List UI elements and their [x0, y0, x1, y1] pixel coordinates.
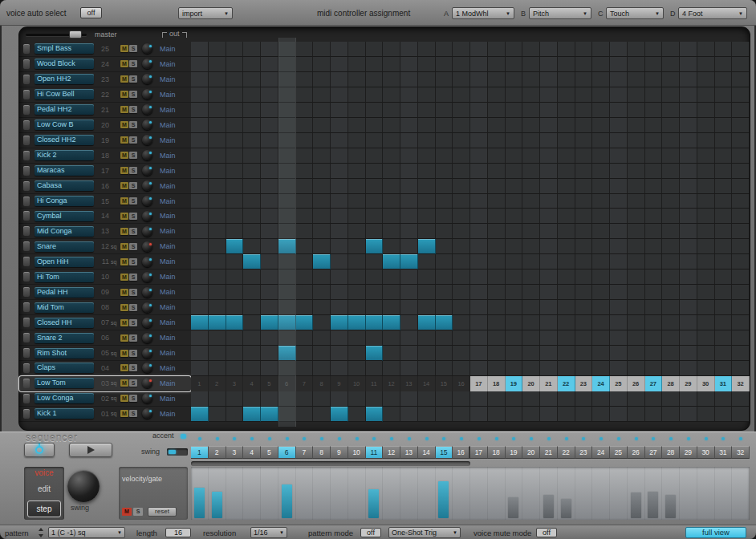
step-cell[interactable] — [610, 57, 628, 72]
mute-button[interactable]: M — [120, 182, 128, 189]
step-cell[interactable] — [662, 224, 680, 239]
step-cell[interactable] — [191, 300, 209, 315]
step-cell[interactable] — [243, 407, 261, 422]
step-cell[interactable] — [732, 72, 750, 87]
step-cell[interactable] — [522, 164, 540, 179]
step-cell[interactable] — [575, 270, 593, 285]
step-cell[interactable] — [558, 224, 575, 239]
step-cell[interactable] — [191, 103, 209, 118]
sequencer-step-button[interactable]: 18 — [488, 446, 506, 459]
step-cell[interactable] — [522, 57, 540, 72]
step-cell[interactable] — [592, 87, 610, 103]
step-cell[interactable] — [400, 103, 418, 118]
step-cell[interactable] — [209, 164, 226, 179]
step-cell[interactable] — [628, 103, 645, 118]
step-cell[interactable] — [400, 315, 418, 330]
step-cell[interactable] — [732, 87, 750, 103]
row-drag-handle[interactable] — [23, 272, 30, 282]
output-select[interactable]: Main — [160, 75, 176, 83]
step-cell[interactable] — [226, 330, 244, 346]
step-cell[interactable] — [331, 346, 348, 361]
step-cell[interactable] — [506, 133, 523, 148]
selected-step-cell[interactable]: 10 — [348, 376, 366, 391]
step-cell[interactable] — [575, 133, 593, 148]
step-cell[interactable] — [522, 224, 540, 239]
step-cell[interactable] — [400, 194, 418, 209]
selected-step-cell[interactable]: 13 — [400, 376, 418, 391]
step-cell[interactable] — [697, 239, 715, 254]
step-cell[interactable] — [278, 72, 296, 87]
sequencer-step-button[interactable]: 14 — [418, 446, 436, 459]
step-cell[interactable] — [383, 346, 400, 361]
step-cell[interactable] — [540, 391, 558, 407]
step-cell[interactable] — [488, 87, 506, 103]
step-cell[interactable] — [296, 194, 314, 209]
voice-name-button[interactable]: Claps — [35, 363, 94, 373]
step-cell[interactable] — [592, 194, 610, 209]
step-cell[interactable] — [540, 194, 558, 209]
voice-name-button[interactable]: Smpl Bass — [35, 43, 94, 54]
solo-button[interactable]: S — [129, 121, 137, 128]
selected-step-cell[interactable]: 21 — [540, 376, 558, 391]
step-cell[interactable] — [506, 103, 523, 118]
selected-step-cell[interactable]: 11 — [366, 376, 384, 391]
step-cell[interactable] — [348, 72, 366, 87]
step-cell[interactable] — [383, 103, 400, 118]
step-cell[interactable] — [522, 179, 540, 194]
step-cell[interactable] — [400, 118, 418, 133]
mute-button[interactable]: M — [120, 167, 128, 174]
accent-step-led[interactable] — [645, 435, 663, 443]
step-cell[interactable] — [628, 330, 645, 346]
step-cell[interactable] — [506, 224, 523, 239]
velocity-bar[interactable] — [194, 488, 205, 518]
step-cell[interactable] — [209, 224, 226, 239]
step-cell[interactable] — [732, 407, 750, 422]
velocity-bar[interactable] — [665, 495, 676, 518]
step-cell[interactable] — [209, 346, 226, 361]
step-cell[interactable] — [261, 87, 278, 103]
step-cell[interactable] — [592, 57, 610, 72]
velocity-column[interactable] — [331, 467, 348, 520]
selected-step-cell[interactable]: 29 — [680, 376, 697, 391]
step-cell[interactable] — [592, 391, 610, 407]
step-cell[interactable] — [348, 254, 366, 270]
step-cell[interactable] — [348, 57, 366, 72]
sequencer-step-button[interactable]: 24 — [592, 446, 610, 459]
step-cell[interactable] — [209, 407, 226, 422]
accent-step-led[interactable] — [296, 435, 314, 443]
step-cell[interactable] — [522, 133, 540, 148]
step-cell[interactable] — [313, 361, 331, 376]
step-cell[interactable] — [400, 330, 418, 346]
step-cell[interactable] — [243, 57, 261, 72]
step-cell[interactable] — [261, 361, 278, 376]
step-cell[interactable] — [522, 87, 540, 103]
step-cell[interactable] — [470, 300, 488, 315]
step-cell[interactable] — [575, 315, 593, 330]
pan-knob[interactable] — [142, 59, 152, 69]
step-cell[interactable] — [732, 300, 750, 315]
pan-knob[interactable] — [142, 150, 152, 160]
mode-voice-button[interactable]: voice — [35, 468, 53, 477]
step-cell[interactable] — [506, 407, 523, 422]
step-cell[interactable] — [243, 209, 261, 224]
step-cell[interactable] — [645, 133, 663, 148]
velocity-column[interactable] — [400, 467, 418, 520]
pan-knob[interactable] — [142, 393, 152, 403]
step-cell[interactable] — [453, 194, 470, 209]
step-cell[interactable] — [226, 72, 244, 87]
step-cell[interactable] — [331, 57, 348, 72]
step-cell[interactable] — [261, 57, 278, 72]
step-cell[interactable] — [191, 118, 209, 133]
step-cell[interactable] — [191, 254, 209, 270]
pattern-stepper[interactable] — [37, 528, 45, 537]
pan-knob[interactable] — [142, 408, 152, 419]
step-cell[interactable] — [366, 209, 384, 224]
step-cell[interactable] — [313, 315, 331, 330]
step-cell[interactable] — [331, 407, 348, 422]
step-cell[interactable] — [243, 330, 261, 346]
step-cell[interactable] — [645, 164, 663, 179]
step-cell[interactable] — [697, 164, 715, 179]
selected-step-cell[interactable]: 28 — [662, 376, 680, 391]
step-cell[interactable] — [645, 361, 663, 376]
step-cell[interactable] — [453, 179, 470, 194]
